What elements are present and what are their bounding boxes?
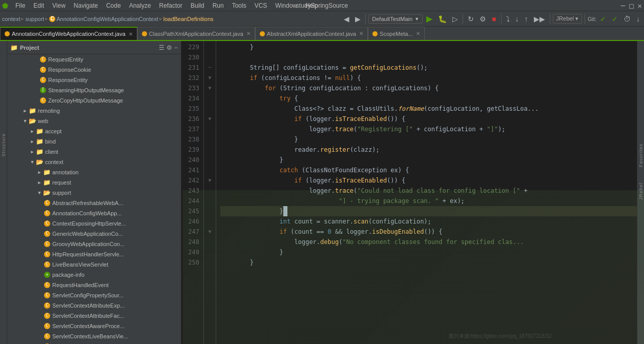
tree-item-livebeansview[interactable]: C LiveBeansViewServlet [7,259,181,270]
tab-close-classpath[interactable]: ✕ [246,31,251,36]
tree-item-responseentity[interactable]: C ResponseEntity [7,75,181,85]
tree-item-servletcontextattr-exp[interactable]: C ServletContextAttributeExp... [7,300,181,311]
tree-item-zerocopy[interactable]: C ZeroCopyHttpOutputMessage [7,95,181,106]
update-btn[interactable]: ↻ [466,13,476,25]
tree-item-responsecookie[interactable]: C ResponseCookie [7,65,181,75]
tree-item-abstractrefreshable[interactable]: C AbstractRefreshableWebA... [7,198,181,208]
tree-item-groovywebapp[interactable]: C GroovyWebApplicationCon... [7,239,181,249]
class-icon: C [44,282,50,288]
window-minimize[interactable]: ─ [621,2,625,10]
tree-item-client[interactable]: ▶ 📁 client [7,147,181,157]
sidebar-collapse-btn[interactable]: ☰ [159,44,164,51]
sidebar-hide-btn[interactable]: − [174,44,178,51]
menu-view[interactable]: View [48,0,70,11]
git-checkmark-1[interactable]: ✓ [598,13,608,25]
tab-close-abstract[interactable]: ✕ [359,31,363,36]
sidebar-settings-btn[interactable]: ⚙ [167,44,172,51]
code-line-249: } [220,247,637,257]
tree-item-bind[interactable]: ▶ 📁 bind [7,136,181,147]
tab-close-annotation[interactable]: ✕ [129,31,133,37]
menu-file[interactable]: File [11,0,29,11]
tab-scopemeta[interactable]: ScopeMeta... ✕ [368,27,425,40]
menu-run[interactable]: Run [209,0,228,11]
jrebel-btn[interactable]: JRebel ▾ [553,14,582,24]
tree-item-servletcontextaware[interactable]: C ServletContextAwareProce... [7,321,181,331]
nav-forward-btn[interactable]: ▶ [353,13,363,25]
window-close[interactable]: ✕ [638,2,642,10]
nav-back-btn[interactable]: ◀ [342,13,351,25]
sep-1 [365,14,366,24]
tree-item-web[interactable]: ▼ 📂 web [7,116,181,126]
tree-item-context[interactable]: ▼ 📂 context [7,157,181,167]
menu-code[interactable]: Code [102,0,125,11]
gutter-238 [204,134,216,145]
step-into-btn[interactable]: ↓ [513,13,521,25]
tree-item-requesthandled[interactable]: C RequestHandledEvent [7,280,181,290]
tab-icon-abstract [260,31,265,36]
tree-item-contextexposing[interactable]: C ContextExposingHttpServle... [7,218,181,229]
menu-refactor[interactable]: Refactor [155,0,186,11]
tree-item-requestentity[interactable]: C RequestEntity [7,54,181,65]
tree-item-servletcontextlive[interactable]: C ServletContextLiveBeansVie... [7,331,181,341]
menu-vcs[interactable]: VCS [251,0,272,11]
class-c-icon: C [40,67,46,73]
tab-classpath-xml[interactable]: ClassPathXmlApplicationContext.java ✕ [137,27,255,40]
tree-item-accept[interactable]: ▶ 📁 accept [7,126,181,136]
arrow-request: ▶ [36,180,43,185]
git-arrow[interactable]: ↓ [634,13,642,25]
tree-item-httprequesthandler[interactable]: C HttpRequestHandlerServle... [7,249,181,259]
menu-edit[interactable]: Edit [29,0,48,11]
tree-item-servletcontextattr-fac[interactable]: C ServletContextAttributeFac... [7,311,181,321]
tree-item-request[interactable]: ▶ 📁 request [7,177,181,188]
gutter-248 [204,237,216,247]
folder-icon-client: 📁 [36,148,44,155]
tree-item-annotation[interactable]: ▶ 📁 annotation [7,167,181,177]
class-icon: C [44,231,50,237]
resume-btn[interactable]: ▶▶ [532,13,547,25]
code-line-241: catch (ClassNotFoundException ex) { [220,165,637,175]
tree-container: C RequestEntity C ResponseCookie C Respo… [7,54,181,344]
tab-annotation-config[interactable]: AnnotationConfigWebApplicationContext.ja… [0,27,137,40]
gutter-234 [204,93,216,104]
folder-icon-annotation: 📁 [43,169,51,176]
menu-navigate[interactable]: Navigate [70,0,102,11]
code-line-232: if (configLocations != null) { [220,73,637,83]
stop-btn[interactable]: ■ [490,13,498,25]
gutter-232: ▼ [204,73,216,83]
tree-item-annotationconfigwebapp[interactable]: C AnnotationConfigWebApp... [7,208,181,218]
gutter-241 [204,165,216,175]
code-area[interactable]: } String[] configLocations = getConfigLo… [216,41,637,344]
gutter-235 [204,104,216,114]
tab-label-scope: ScopeMeta... [380,31,413,37]
git-checkmark-2[interactable]: ✓ [610,13,620,25]
tree-item-servletcontextparam[interactable]: C ServletContextParameterFa... [7,341,181,344]
step-over-btn[interactable]: ⤵ [504,13,512,25]
sidebar-title: Project [20,45,39,51]
tree-item-servletconfigprop[interactable]: C ServletConfigPropertySour... [7,290,181,300]
build-btn[interactable]: ⚙ [477,13,488,25]
step-out-btn[interactable]: ↑ [523,13,530,25]
breadcrumb-method[interactable]: loadBeanDefinitions [163,16,214,22]
breadcrumb-context[interactable]: context [2,16,20,22]
tree-item-remoting[interactable]: ▶ 📁 remoting [7,106,181,116]
tree-item-streaming[interactable]: I StreamingHttpOutputMessage [7,85,181,95]
debug-btn[interactable]: 🐛 [436,13,449,25]
arrow-context: ▼ [29,159,36,165]
window-maximize[interactable]: □ [629,2,633,10]
run-btn[interactable]: ▶ [424,13,434,25]
tab-abstract-xml[interactable]: AbstractXmlApplicationContext.java ✕ [255,27,368,40]
tab-close-scope[interactable]: ✕ [416,31,420,36]
menu-analyze[interactable]: Analyze [125,0,155,11]
breadcrumb-class[interactable]: AnnotationConfigWebApplicationContext [56,16,158,22]
tree-item-genericwebapp[interactable]: C GenericWebApplicationCo... [7,229,181,239]
gutter-245 [204,206,216,216]
tabs-bar: AnnotationConfigWebApplicationContext.ja… [0,27,644,41]
coverage-btn[interactable]: ▷ [450,13,460,25]
run-config[interactable]: DefaultTestMain ▼ [368,14,423,24]
breadcrumb-support[interactable]: support [25,16,44,22]
tree-item-packageinfo[interactable]: + package-info [7,270,181,280]
git-clock[interactable]: ⏱ [621,13,633,25]
menu-build[interactable]: Build [186,0,209,11]
menu-tools[interactable]: Tools [228,0,251,11]
tree-item-support[interactable]: ▼ 📂 support [7,188,181,198]
